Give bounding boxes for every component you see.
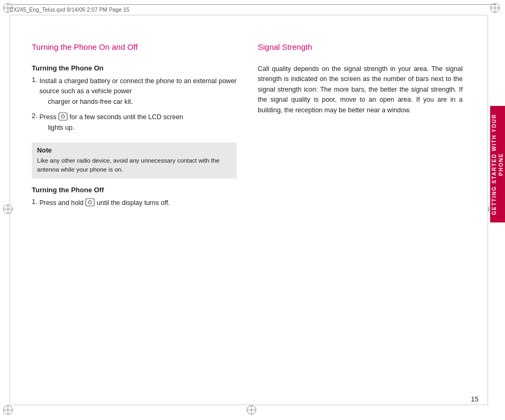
press-text: Press xyxy=(39,113,58,121)
left-column: Turning the Phone On and Off Turning the… xyxy=(32,42,237,388)
list-item-2: 2. Press for a few seconds until the LCD… xyxy=(32,112,237,133)
note-box: Note Like any other radio device, avoid … xyxy=(32,142,237,179)
item-number-1: 1. xyxy=(32,76,37,84)
content-area: Turning the Phone On and Off Turning the… xyxy=(32,42,463,388)
off-suffix: until the display turns off. xyxy=(97,199,170,207)
header-text: CX245_Eng_Telus.qxd 8/14/06 2:07 PM Page… xyxy=(10,7,130,13)
item2-suffix: for a few seconds until the LCD screen xyxy=(69,113,183,121)
item2-indent: lights up. xyxy=(39,123,183,133)
turning-off-subtitle: Turning the Phone Off xyxy=(32,186,237,194)
list-item-1: 1. Install a charged battery or connect … xyxy=(32,76,237,107)
reg-mark-lm xyxy=(3,204,15,216)
border-left xyxy=(10,15,10,405)
power-icon-off xyxy=(85,198,95,208)
item-number-2: 2. xyxy=(32,112,37,120)
signal-strength-body: Call quality depends on the signal stren… xyxy=(258,64,463,115)
reg-mark-bl xyxy=(3,405,15,417)
reg-mark-bm xyxy=(247,405,258,417)
border-right xyxy=(488,15,488,405)
header-bar: CX245_Eng_Telus.qxd 8/14/06 2:07 PM Page… xyxy=(10,4,495,13)
power-icon-on xyxy=(58,112,68,122)
page-number: 15 xyxy=(471,395,479,403)
svg-rect-0 xyxy=(59,113,67,120)
item-content-1-indent: charger or hands-free car kit. xyxy=(39,97,237,107)
left-section-title: Turning the Phone On and Off xyxy=(32,42,237,58)
turning-phone-title: Turning the Phone On and Off xyxy=(32,42,237,51)
side-tab-text: GETTING STARTED WITH YOUR PHONE xyxy=(491,106,504,222)
border-bottom xyxy=(10,405,488,405)
side-tab: GETTING STARTED WITH YOUR PHONE xyxy=(490,106,505,222)
item-content-1: Install a charged battery or connect the… xyxy=(39,76,237,107)
list-item-off-1: 1. Press and hold until the display turn… xyxy=(32,198,237,208)
svg-rect-3 xyxy=(86,199,94,206)
page-container: CX245_Eng_Telus.qxd 8/14/06 2:07 PM Page… xyxy=(0,0,505,420)
signal-strength-title: Signal Strength xyxy=(258,42,463,51)
turning-on-section: Turning the Phone On 1. Install a charge… xyxy=(32,64,237,214)
note-body: Like any other radio device, avoid any u… xyxy=(37,156,231,175)
item-content-off-1: Press and hold until the display turns o… xyxy=(39,198,169,208)
item-content-2: Press for a few seconds until the LCD sc… xyxy=(39,112,183,133)
border-top xyxy=(10,15,488,15)
right-column: Signal Strength Call quality depends on … xyxy=(258,42,463,388)
item-number-off-1: 1. xyxy=(32,198,37,205)
note-title: Note xyxy=(37,147,231,154)
turning-on-subtitle: Turning the Phone On xyxy=(32,64,237,72)
press-hold-text: Press and hold xyxy=(39,199,85,207)
